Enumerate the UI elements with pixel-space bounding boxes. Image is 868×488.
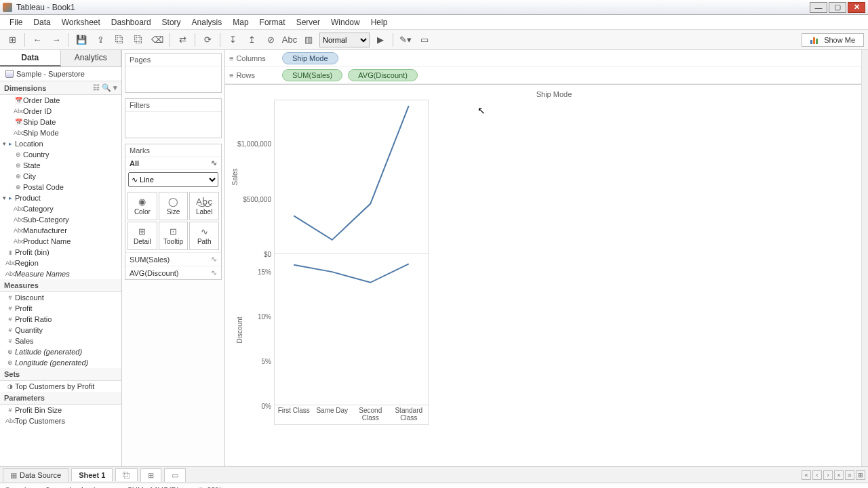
menu-map[interactable]: Map — [227, 18, 254, 27]
start-page-icon[interactable]: ⊞ — [4, 32, 20, 48]
field-item[interactable]: AbcCategory — [0, 203, 121, 214]
tab-analytics[interactable]: Analytics — [61, 50, 122, 66]
pill-avg-discount[interactable]: AVG(Discount) — [348, 69, 418, 81]
new-data-icon[interactable]: ⇪ — [92, 32, 108, 48]
menu-story[interactable]: Story — [157, 18, 186, 27]
marks-all-row[interactable]: All∿ — [125, 157, 221, 169]
menu-dashboard[interactable]: Dashboard — [106, 18, 157, 27]
clear-icon[interactable]: ⌫ — [149, 32, 165, 48]
minimize-button[interactable]: — — [810, 2, 827, 13]
sort-desc-icon[interactable]: ↥ — [243, 32, 260, 48]
chart-canvas[interactable]: Ship Mode Sales $0$500,000$1,000,000 Dis… — [225, 85, 861, 466]
field-item[interactable]: AbcTop Customers — [0, 415, 121, 426]
plot-sales[interactable] — [275, 100, 428, 254]
field-item[interactable]: 📅Ship Date — [0, 117, 121, 127]
mark-card-label[interactable]: A͜b͜cLabel — [189, 192, 219, 220]
plot-discount[interactable] — [275, 254, 428, 405]
tab-grid-icon[interactable]: ⊞ — [856, 470, 865, 480]
mark-card-path[interactable]: ∿Path — [189, 222, 219, 250]
tab-last-icon[interactable]: » — [834, 470, 844, 480]
sort-asc-icon[interactable]: ↧ — [224, 32, 241, 48]
filters-shelf[interactable]: Filters — [125, 98, 222, 138]
tab-list-icon[interactable]: ≡ — [845, 470, 854, 480]
refresh-icon[interactable]: ⟳ — [199, 32, 216, 48]
new-dashboard-tab[interactable]: ⊞ — [140, 468, 161, 482]
mark-type-selector[interactable]: ∿ Line — [128, 172, 218, 187]
maximize-button[interactable]: ▢ — [829, 2, 846, 13]
highlight-icon[interactable]: ✎▾ — [397, 32, 414, 48]
new-worksheet-tab[interactable]: ⿻ — [115, 468, 138, 481]
pill-sum-sales[interactable]: SUM(Sales) — [282, 69, 342, 81]
field-item[interactable]: ▾▸Location — [0, 138, 121, 149]
swap-icon[interactable]: ⇄ — [174, 32, 191, 48]
close-button[interactable]: ✕ — [848, 2, 865, 13]
view-cards-icon[interactable]: ▥ — [300, 32, 317, 48]
menu-dropdown-icon[interactable]: ▾ — [113, 83, 117, 92]
menu-help[interactable]: Help — [366, 18, 393, 27]
presentation-icon[interactable]: ▶ — [372, 32, 389, 48]
data-source-item[interactable]: Sample - Superstore — [0, 67, 121, 81]
save-icon[interactable]: 💾 — [73, 32, 90, 48]
tab-data-source[interactable]: ▦Data Source — [3, 468, 68, 482]
field-item[interactable]: AbcShip Mode — [0, 127, 121, 138]
tab-first-icon[interactable]: « — [802, 470, 811, 480]
field-item[interactable]: #Sales — [0, 336, 121, 346]
field-item[interactable]: ⊕Latitude (generated) — [0, 346, 121, 357]
field-item[interactable]: #Profit Bin Size — [0, 405, 121, 415]
field-item[interactable]: 📅Order Date — [0, 95, 121, 106]
menu-file[interactable]: File — [4, 18, 28, 27]
menu-analysis[interactable]: Analysis — [186, 18, 228, 27]
pill-ship-mode[interactable]: Ship Mode — [282, 52, 338, 64]
field-item[interactable]: AbcManufacturer — [0, 225, 121, 236]
redo-icon[interactable]: → — [48, 32, 64, 48]
field-item[interactable]: AbcOrder ID — [0, 106, 121, 117]
field-item[interactable]: #Profit — [0, 303, 121, 314]
x-axis[interactable]: First ClassSame DaySecond ClassStandard … — [275, 405, 428, 424]
new-worksheet-icon[interactable]: ⿻ — [111, 32, 127, 48]
view-as-icon[interactable]: ☷ — [93, 83, 100, 92]
y-axis-sales[interactable]: Sales $0$500,000$1,000,000 — [225, 100, 274, 254]
field-item[interactable]: ◑Top Customers by Profit — [0, 381, 121, 392]
menu-data[interactable]: Data — [28, 18, 56, 27]
menu-window[interactable]: Window — [326, 18, 366, 27]
field-item[interactable]: ⊕Country — [0, 149, 121, 160]
field-item[interactable]: AbcRegion — [0, 258, 121, 268]
pages-shelf[interactable]: Pages — [125, 53, 222, 93]
show-me-button[interactable]: Show Me — [802, 33, 864, 47]
y-axis-discount[interactable]: Discount 0%5%10%15% — [225, 254, 274, 406]
field-item[interactable]: ⊕Postal Code — [0, 182, 121, 192]
mark-card-color[interactable]: ◉Color — [127, 192, 157, 220]
field-item[interactable]: AbcProduct Name — [0, 236, 121, 247]
menu-server[interactable]: Server — [291, 18, 326, 27]
show-labels-icon[interactable]: Abc — [281, 32, 298, 48]
undo-icon[interactable]: ← — [29, 32, 45, 48]
field-item[interactable]: ▾▸Product — [0, 192, 121, 203]
tab-sheet-1[interactable]: Sheet 1 — [71, 468, 113, 481]
field-item[interactable]: ⊕State — [0, 160, 121, 171]
field-item[interactable]: #Quantity — [0, 325, 121, 336]
menu-format[interactable]: Format — [254, 18, 291, 27]
field-item[interactable]: AbcSub-Category — [0, 214, 121, 225]
mark-channel[interactable]: AVG(Discount)∿ — [125, 266, 221, 279]
fit-selector[interactable]: Normal — [319, 33, 370, 47]
new-story-tab[interactable]: ▭ — [164, 468, 186, 482]
columns-shelf[interactable]: ≡Columns Ship Mode — [225, 50, 861, 67]
mark-card-detail[interactable]: ⊞Detail — [127, 222, 157, 250]
field-item[interactable]: ⊕City — [0, 171, 121, 182]
mark-channel[interactable]: SUM(Sales)∿ — [125, 252, 221, 266]
tab-data[interactable]: Data — [0, 50, 61, 66]
mark-card-tooltip[interactable]: ⊡Tooltip — [159, 222, 189, 250]
field-item[interactable]: ⊕Longitude (generated) — [0, 357, 121, 368]
group-icon[interactable]: ⊘ — [262, 32, 279, 48]
search-icon[interactable]: 🔍 — [102, 83, 111, 92]
field-item[interactable]: #Profit Ratio — [0, 314, 121, 325]
rows-shelf[interactable]: ≡Rows SUM(Sales) AVG(Discount) — [225, 67, 861, 84]
field-item[interactable]: #Discount — [0, 292, 121, 303]
field-item[interactable]: AbcMeasure Names — [0, 268, 121, 279]
menu-worksheet[interactable]: Worksheet — [56, 18, 106, 27]
tab-next-icon[interactable]: › — [823, 470, 833, 480]
vertical-scrollbar[interactable] — [861, 50, 868, 466]
tab-prev-icon[interactable]: ‹ — [812, 470, 822, 480]
show-filter-icon[interactable]: ▭ — [416, 32, 433, 48]
mark-card-size[interactable]: ◯Size — [159, 192, 189, 220]
